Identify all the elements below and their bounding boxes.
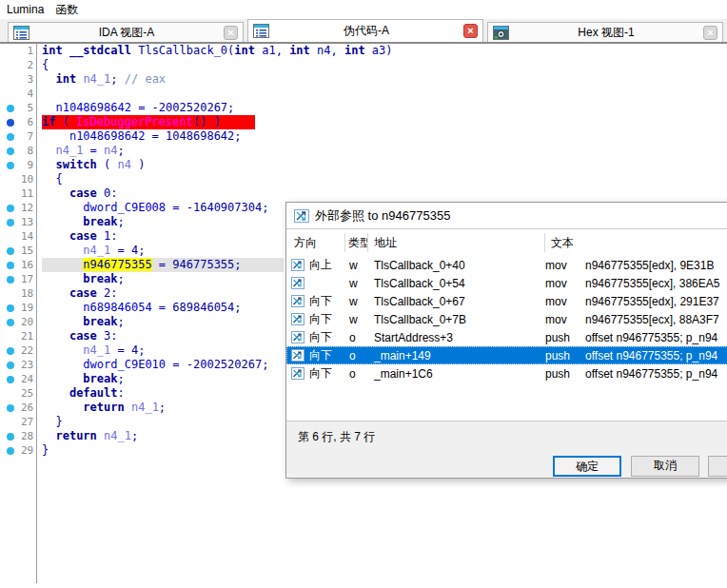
xref-row[interactable]: 向上wTlsCallback_0+40movn946775355[edx], 9…	[286, 256, 727, 274]
operands: n946775355[ecx], 88A3F7	[585, 313, 727, 326]
tab-ida-view-a[interactable]: IDA 视图-A ×	[8, 22, 244, 42]
mnemonic: mov	[545, 277, 585, 290]
xrefs-dialog: 外部参照 to n946775355 方向 类型 地址 文本 向上wTlsCal…	[285, 202, 727, 479]
breakpoint-dot[interactable]	[7, 319, 14, 326]
code-token: 1:	[97, 229, 118, 243]
breakpoint-gutter[interactable]	[0, 343, 21, 358]
code-line[interactable]: 10 {	[0, 172, 727, 186]
code-line[interactable]: 5 n1048698642 = -2002520267;	[0, 101, 727, 115]
breakpoint-gutter[interactable]	[0, 329, 21, 343]
breakpoint-dot[interactable]	[7, 433, 14, 441]
code-line[interactable]: 8 n4_1 = n4;	[0, 144, 727, 158]
column-header-direction[interactable]: 方向	[286, 233, 345, 252]
mnemonic: mov	[545, 259, 585, 272]
breakpoint-gutter[interactable]	[0, 115, 21, 129]
breakpoint-gutter[interactable]	[0, 315, 21, 329]
breakpoint-gutter[interactable]	[0, 129, 21, 144]
text-cell: movn946775355[edx], 9E31B	[545, 259, 727, 272]
breakpoint-gutter[interactable]	[0, 186, 21, 201]
close-icon[interactable]: ×	[703, 26, 717, 40]
close-icon[interactable]: ×	[463, 24, 478, 38]
breakpoint-gutter[interactable]	[0, 272, 21, 286]
xref-row-selected[interactable]: 向下o_main+149pushoffset n946775355; p_n94	[286, 346, 727, 364]
breakpoint-dot[interactable]	[7, 404, 14, 412]
column-header-address[interactable]: 地址	[368, 233, 545, 252]
address-cell: TlsCallback_0+40	[368, 259, 545, 272]
breakpoint-dot[interactable]	[7, 133, 14, 141]
breakpoint-gutter[interactable]	[0, 229, 21, 244]
xref-row[interactable]: wTlsCallback_0+54movn946775355[ecx], 386…	[286, 274, 727, 292]
tab-label: 伪代码-A	[269, 23, 463, 39]
breakpoint-gutter[interactable]	[0, 415, 21, 429]
breakpoint-gutter[interactable]	[0, 215, 21, 229]
xref-row[interactable]: 向下wTlsCallback_0+67movn946775355[edx], 2…	[286, 292, 727, 310]
code-token: () )	[193, 115, 221, 128]
line-number: 24	[21, 372, 36, 386]
breakpoint-dot[interactable]	[7, 162, 14, 169]
breakpoint-dot[interactable]	[7, 205, 14, 212]
xref-row[interactable]: 向下oStartAddress+3pushoffset n946775355; …	[286, 328, 727, 346]
breakpoint-dot[interactable]	[7, 362, 14, 369]
breakpoint-gutter[interactable]	[0, 87, 21, 101]
line-number: 9	[21, 158, 36, 172]
breakpoint-gutter[interactable]	[0, 158, 21, 172]
breakpoint-dot[interactable]	[7, 304, 14, 312]
menu-item-functions[interactable]: 函数	[53, 0, 84, 20]
direction-cell: 向下	[286, 347, 345, 363]
code-line[interactable]: 2{	[0, 58, 727, 72]
code-line[interactable]: 3 int n4_1; // eax	[0, 72, 727, 87]
code-line[interactable]: 9 switch ( n4 )	[0, 158, 727, 172]
code-token: case	[69, 186, 97, 200]
breakpoint-gutter[interactable]	[0, 372, 21, 386]
breakpoint-dot[interactable]	[7, 147, 14, 155]
cancel-button[interactable]: 取消	[631, 456, 699, 477]
breakpoint-gutter[interactable]	[0, 401, 21, 415]
line-number: 18	[21, 286, 36, 301]
breakpoint-gutter[interactable]	[0, 44, 21, 58]
breakpoint-gutter[interactable]	[0, 358, 21, 372]
breakpoint-dot[interactable]	[7, 262, 14, 269]
hex-view-icon	[493, 26, 509, 40]
xref-row[interactable]: 向下o_main+1C6pushoffset n946775355; p_n94	[286, 364, 727, 382]
breakpoint-dot[interactable]	[7, 119, 14, 127]
column-header-type[interactable]: 类型	[345, 233, 368, 252]
code-token: ;	[131, 429, 138, 442]
breakpoint-gutter[interactable]	[0, 386, 21, 401]
code-line[interactable]: 11 case 0:	[0, 186, 727, 201]
column-header-text[interactable]: 文本	[545, 233, 727, 252]
partial-button[interactable]	[708, 456, 727, 477]
breakpoint-dot[interactable]	[7, 347, 14, 355]
close-icon[interactable]: ×	[224, 26, 238, 40]
breakpoint-dot[interactable]	[7, 276, 14, 284]
breakpoint-dot[interactable]	[7, 247, 14, 255]
tab-hex-view-1[interactable]: Hex 视图-1 ×	[487, 22, 723, 42]
ok-button[interactable]: 确定	[553, 456, 621, 477]
breakpoint-gutter[interactable]	[0, 244, 21, 258]
breakpoint-gutter[interactable]	[0, 201, 21, 215]
dialog-title-bar[interactable]: 外部参照 to n946775355	[286, 203, 727, 229]
breakpoint-gutter[interactable]	[0, 172, 21, 186]
breakpoint-gutter[interactable]	[0, 258, 21, 272]
code-line[interactable]: 7 n1048698642 = 1048698642;	[0, 129, 727, 144]
code-token: n1048698642	[69, 129, 145, 143]
tab-pseudocode-a[interactable]: 伪代码-A ×	[247, 19, 483, 42]
code-token: case	[69, 329, 97, 343]
breakpoint-dot[interactable]	[7, 447, 14, 455]
mnemonic: mov	[545, 313, 585, 326]
breakpoint-gutter[interactable]	[0, 144, 21, 158]
breakpoint-gutter[interactable]	[0, 58, 21, 72]
code-line[interactable]: 1int __stdcall TlsCallback_0(int a1, int…	[0, 44, 727, 58]
xref-row[interactable]: 向下wTlsCallback_0+7Bmovn946775355[ecx], 8…	[286, 310, 727, 328]
code-line[interactable]: 4	[0, 87, 727, 101]
breakpoint-dot[interactable]	[7, 219, 14, 226]
code-line[interactable]: 6if ( IsDebuggerPresent() )	[0, 115, 727, 129]
breakpoint-gutter[interactable]	[0, 72, 21, 87]
breakpoint-gutter[interactable]	[0, 101, 21, 115]
menu-item-lumina[interactable]: Lumina	[5, 1, 49, 18]
breakpoint-gutter[interactable]	[0, 286, 21, 301]
breakpoint-gutter[interactable]	[0, 301, 21, 315]
breakpoint-dot[interactable]	[7, 105, 14, 112]
breakpoint-dot[interactable]	[7, 376, 14, 383]
breakpoint-gutter[interactable]	[0, 429, 21, 443]
breakpoint-gutter[interactable]	[0, 443, 21, 458]
